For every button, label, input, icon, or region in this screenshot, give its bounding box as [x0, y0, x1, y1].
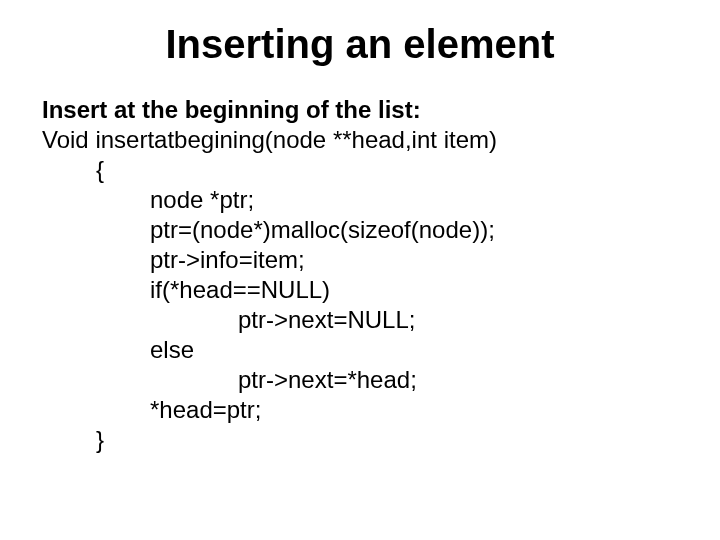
code-line: ptr->next=*head;: [42, 365, 682, 395]
code-line: Void insertatbegining(node **head,int it…: [42, 125, 682, 155]
code-line: node *ptr;: [42, 185, 682, 215]
code-line: ptr=(node*)malloc(sizeof(node));: [42, 215, 682, 245]
slide-title: Inserting an element: [0, 0, 720, 67]
slide-body: Insert at the beginning of the list: Voi…: [0, 67, 720, 455]
code-line: ptr->info=item;: [42, 245, 682, 275]
code-line: {: [42, 155, 682, 185]
code-line: if(*head==NULL): [42, 275, 682, 305]
slide: Inserting an element Insert at the begin…: [0, 0, 720, 540]
code-line: }: [42, 425, 682, 455]
code-line: *head=ptr;: [42, 395, 682, 425]
subheading: Insert at the beginning of the list:: [42, 95, 682, 125]
code-line: else: [42, 335, 682, 365]
code-line: ptr->next=NULL;: [42, 305, 682, 335]
